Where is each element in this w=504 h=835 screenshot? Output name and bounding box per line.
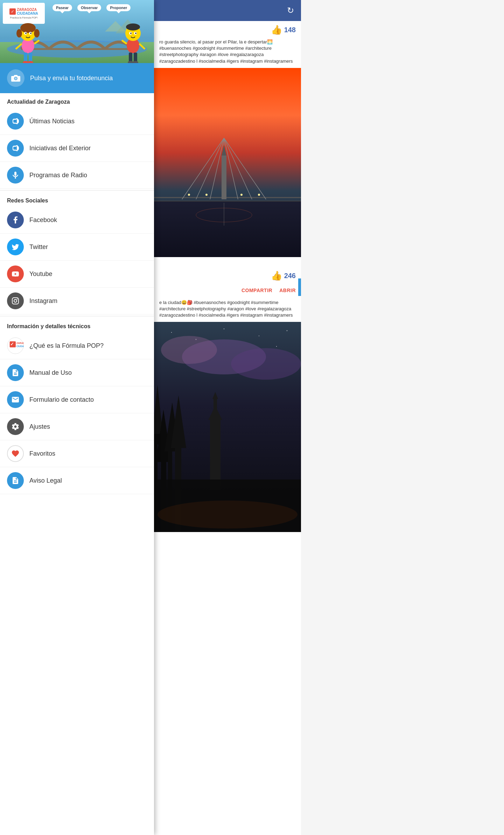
svg-rect-62 (29, 53, 32, 62)
speech-bubbles-container: Pasear Observar Proponer (52, 4, 131, 11)
character-right (119, 16, 147, 63)
menu-item-radio[interactable]: Programas de Radio (0, 162, 154, 189)
svg-text:CIUDADANA: CIUDADANA (16, 345, 24, 347)
svg-text:✓: ✓ (10, 341, 14, 347)
left-drawer: ✓ Zaragoza Ciudadana ZARAGOZA CIUDADANA … (0, 0, 154, 835)
microphone-icon-radio (7, 167, 24, 184)
section-redes: Redes Sociales (0, 192, 154, 207)
svg-rect-61 (24, 53, 27, 62)
menu-item-aviso[interactable]: Aviso Legal (0, 467, 154, 494)
post-text-1: ro guarda silencio, al pasar por el Pila… (154, 39, 301, 68)
svg-rect-1 (154, 201, 301, 257)
post-text-2: e la ciudad😄🎒 #buenasnoches #goodnight #… (154, 296, 301, 322)
svg-point-53 (16, 29, 22, 37)
top-bar: ↻ (154, 0, 301, 21)
character-left (14, 16, 42, 63)
post-image-1 (154, 68, 301, 257)
menu-label-instagram: Instagram (29, 297, 57, 305)
menu-label-favoritos: Favoritos (29, 450, 55, 457)
svg-point-63 (23, 61, 28, 63)
menu-label-twitter: Twitter (29, 243, 48, 251)
menu-item-noticias[interactable]: Últimas Noticias (0, 108, 154, 135)
section-info: Información y detalles técnicos (0, 318, 154, 332)
section-actualidad: Actualidad de Zaragoza (0, 93, 154, 108)
svg-point-58 (30, 33, 31, 34)
menu-item-instagram[interactable]: Instagram (0, 288, 154, 315)
svg-point-71 (135, 33, 136, 34)
menu-label-contacto: Formulario de contacto (29, 396, 94, 403)
post-header-1: 👍 148 (154, 21, 301, 39)
svg-point-77 (133, 61, 138, 63)
menu-item-manual[interactable]: Manual de Uso (0, 359, 154, 386)
menu-item-youtube[interactable]: Youtube (0, 261, 154, 288)
menu-item-iniciativas[interactable]: Iniciativas del Exterior (0, 135, 154, 162)
logo-line2: CIUDADANA (17, 12, 38, 15)
blue-accent-bar (298, 278, 301, 296)
svg-rect-74 (129, 53, 132, 62)
post-header-2: 👍 246 (154, 267, 301, 285)
svg-line-73 (139, 44, 145, 49)
menu-label-youtube: Youtube (29, 270, 52, 278)
svg-point-23 (259, 336, 259, 336)
like-number-2: 246 (284, 272, 296, 280)
svg-point-57 (25, 33, 27, 34)
svg-line-60 (34, 40, 39, 44)
heart-icon (7, 445, 24, 462)
svg-point-67 (126, 23, 140, 30)
menu-item-contacto[interactable]: Formulario de contacto (0, 386, 154, 413)
settings-icon (7, 418, 24, 435)
like-count-1: 👍 148 (271, 25, 296, 35)
menu-label-ajustes: Ajustes (29, 423, 50, 430)
svg-rect-75 (134, 53, 137, 62)
svg-point-27 (161, 336, 217, 364)
menu-item-favoritos[interactable]: Favoritos (0, 440, 154, 467)
post-actions-1 (154, 260, 301, 267)
post-card-1: 👍 148 ro guarda silencio, al pasar por e… (154, 21, 301, 257)
svg-point-76 (128, 61, 133, 63)
refresh-icon[interactable]: ↻ (287, 6, 294, 15)
instagram-icon (7, 292, 24, 309)
svg-line-72 (122, 40, 127, 44)
svg-point-24 (287, 330, 288, 331)
svg-point-43 (158, 501, 298, 529)
svg-point-20 (171, 332, 172, 333)
youtube-icon (7, 265, 24, 282)
menu-item-ajustes[interactable]: Ajustes (0, 413, 154, 440)
zaragoza-logo-icon: ✓ ZARAGOZA CIUDADANA (7, 337, 24, 354)
menu-label-manual: Manual de Uso (29, 369, 72, 377)
menu-item-facebook[interactable]: Facebook (0, 207, 154, 234)
document-icon-legal (7, 472, 24, 489)
bubble-observar: Observar (77, 4, 101, 11)
like-number-1: 148 (284, 26, 296, 34)
megaphone-icon-noticias (7, 113, 24, 130)
svg-rect-11 (222, 156, 226, 199)
camera-icon (7, 69, 24, 87)
svg-point-25 (276, 346, 277, 347)
svg-point-54 (34, 29, 40, 37)
svg-point-78 (15, 77, 17, 80)
bubble-pasear: Pasear (52, 4, 72, 11)
svg-point-14 (205, 194, 208, 196)
menu-item-formula[interactable]: ✓ ZARAGOZA CIUDADANA ¿Qué es la Fórmula … (0, 332, 154, 359)
thumbs-up-icon: 👍 (271, 25, 282, 35)
photo-button[interactable]: Pulsa y envía tu fotodenuncia (0, 63, 154, 93)
menu-item-twitter[interactable]: Twitter (0, 234, 154, 261)
photo-button-label: Pulsa y envía tu fotodenuncia (30, 75, 113, 82)
facebook-icon (7, 212, 24, 228)
thumbs-up-icon-2: 👍 (271, 270, 282, 281)
svg-point-52 (20, 23, 36, 33)
share-button[interactable]: COMPARTIR (241, 288, 272, 293)
post-card-2: 👍 246 COMPARTIR ABRIR e la ciudad😄🎒 #bue… (154, 267, 301, 532)
post-image-2 (154, 322, 301, 532)
svg-line-59 (16, 44, 22, 49)
open-button[interactable]: ABRIR (279, 288, 296, 293)
right-panel: ↻ 👍 148 ro guarda silencio, al pasar por… (154, 0, 301, 835)
svg-point-28 (231, 348, 301, 380)
contact-icon (7, 391, 24, 408)
menu-label-iniciativas: Iniciativas del Exterior (29, 145, 91, 152)
document-icon-manual (7, 364, 24, 381)
menu-label-formula: ¿Qué es la Fórmula POP? (29, 342, 104, 350)
like-count-2: 👍 246 (271, 270, 296, 281)
logo-line1: ZARAGOZA (17, 8, 38, 12)
menu-label-noticias: Últimas Noticias (29, 118, 75, 125)
